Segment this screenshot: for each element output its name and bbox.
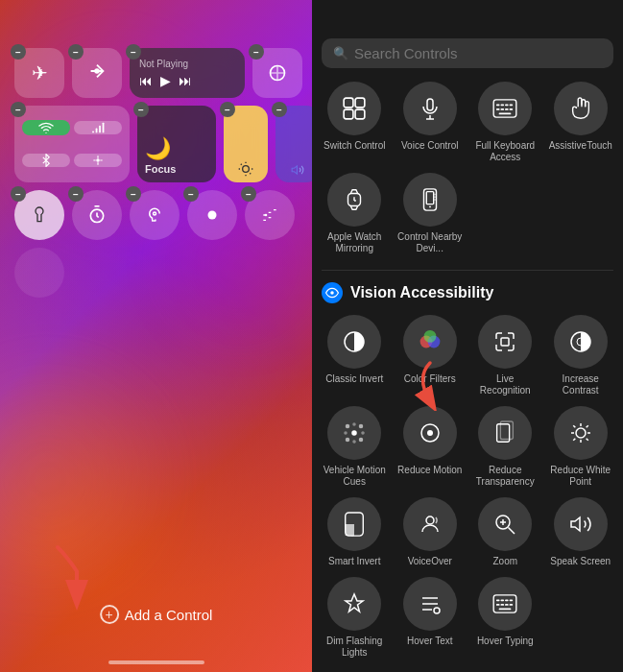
add-control-button[interactable]: + Add a Control (100, 605, 213, 624)
hand-icon (570, 96, 591, 121)
prev-icon[interactable]: ⏮ (139, 73, 153, 88)
ctrl-speak-screen[interactable]: Speak Screen (548, 497, 614, 567)
ctrl-reduce-white[interactable]: Reduce White Point (548, 406, 614, 488)
voiceover-label: VoiceOver (408, 556, 452, 567)
remove-hearing[interactable]: − (126, 186, 141, 202)
svg-rect-40 (426, 192, 433, 204)
svg-point-63 (576, 428, 586, 438)
switch-control-icon (327, 82, 381, 135)
svg-line-67 (586, 439, 587, 441)
live-recognition-label: Live Recognition (472, 373, 539, 396)
reduce-motion-label: Reduce Motion (397, 465, 462, 476)
vehicle-svg (343, 421, 366, 444)
ctrl-voice-control[interactable]: Voice Control (397, 82, 464, 163)
zoom-label: Zoom (492, 556, 517, 567)
svg-rect-22 (344, 109, 353, 119)
remove-brightness[interactable]: − (220, 102, 235, 117)
wifi-item[interactable] (22, 120, 70, 135)
airdrop-small-item[interactable] (74, 154, 122, 167)
svg-point-18 (265, 214, 266, 215)
ctrl-reduce-transparency[interactable]: Reduce Transparency (472, 406, 539, 488)
ctrl-classic-invert[interactable]: Classic Invert (322, 315, 388, 396)
torch-tile[interactable]: − (14, 190, 64, 240)
timer-tile[interactable]: − (72, 190, 122, 240)
remove-music[interactable]: − (126, 44, 141, 60)
ctrl-voiceover[interactable]: VoiceOver (397, 497, 464, 567)
ctrl-reduce-motion[interactable]: Reduce Motion (397, 406, 464, 488)
cell-item[interactable] (74, 121, 122, 134)
svg-rect-5 (103, 123, 105, 133)
play-icon[interactable]: ▶ (160, 73, 171, 88)
sound-tile[interactable]: − (276, 106, 312, 182)
ctrl-vehicle-motion[interactable]: Vehicle Motion Cues (322, 406, 388, 488)
screen-tile[interactable]: − (252, 48, 302, 98)
voiceover-svg (419, 513, 442, 536)
focus-tile[interactable]: − 🌙 Focus (137, 106, 216, 182)
bluetooth-icon (39, 154, 53, 167)
remove-airplane[interactable]: − (11, 44, 26, 60)
signal-tile[interactable]: − (245, 190, 295, 240)
ctrl-hover-typing[interactable]: Hover Typing (472, 577, 539, 659)
remove-focus[interactable]: − (133, 102, 149, 117)
svg-point-0 (94, 68, 100, 74)
ctrl-zoom[interactable]: Zoom (472, 497, 539, 567)
increase-contrast-label: Increase Contrast (548, 373, 614, 396)
svg-line-66 (573, 425, 575, 427)
airdrop-tile[interactable]: − (72, 48, 122, 98)
focus-label: Focus (145, 163, 176, 175)
ctrl-dim-flashing[interactable]: Dim Flashing Lights (322, 577, 388, 659)
ctrl-assistive-touch[interactable]: AssistiveTouch (548, 82, 614, 163)
remove-record[interactable]: − (183, 186, 199, 202)
svg-line-70 (573, 439, 575, 441)
increase-contrast-icon (554, 315, 608, 369)
voice-control-icon (403, 82, 457, 135)
bluetooth-item[interactable] (22, 154, 70, 167)
not-playing-label: Not Playing (139, 59, 235, 69)
remove-airdrop[interactable]: − (68, 44, 84, 60)
remove-signal[interactable]: − (241, 186, 256, 202)
ctrl-keyboard-access[interactable]: Full Keyboard Access (472, 82, 539, 163)
remove-screen[interactable]: − (249, 44, 264, 60)
remove-torch[interactable]: − (11, 186, 26, 202)
keyboard-access-icon (478, 82, 532, 135)
airplane-tile[interactable]: − ✈ (14, 48, 64, 98)
airdrop-small-icon (91, 154, 105, 167)
search-input[interactable] (354, 45, 602, 61)
ctrl-increase-contrast[interactable]: Increase Contrast (548, 315, 614, 396)
hover-typing-icon (478, 577, 532, 631)
ctrl-smart-invert[interactable]: Smart Invert (322, 497, 388, 567)
divider-1 (322, 270, 613, 271)
network-tile[interactable]: − (14, 106, 130, 182)
remove-sound[interactable]: − (272, 102, 287, 117)
music-tile[interactable]: − Not Playing ⏮ ▶ ⏭ (130, 48, 245, 98)
home-indicator-left (108, 660, 204, 664)
svg-point-49 (352, 431, 356, 435)
hover-typing-label: Hover Typing (477, 636, 534, 647)
ctrl-live-recognition[interactable]: Live Recognition (472, 315, 539, 396)
ctrl-nearby-device[interactable]: Control Nearby Devi... (397, 173, 464, 254)
music-controls[interactable]: ⏮ ▶ ⏭ (139, 73, 235, 88)
svg-rect-21 (355, 98, 365, 108)
remove-timer[interactable]: − (68, 186, 84, 202)
brightness-tile[interactable]: − (224, 106, 268, 182)
reduce-transparency-icon (478, 406, 532, 460)
next-icon[interactable]: ⏭ (179, 73, 192, 88)
vision-section-header: Vision Accessibility (322, 282, 613, 303)
ctrl-watch-mirroring[interactable]: Apple Watch Mirroring (322, 173, 388, 254)
svg-point-41 (330, 291, 334, 295)
assistive-touch-icon (554, 82, 608, 135)
hover-text-label: Hover Text (407, 636, 453, 647)
record-tile[interactable]: − (187, 190, 237, 240)
ctrl-hover-text[interactable]: Hover Text (397, 577, 464, 659)
add-control-arrow (38, 538, 115, 614)
svg-rect-46 (501, 338, 509, 346)
hearing-tile[interactable]: − (130, 190, 180, 240)
svg-marker-78 (571, 517, 580, 531)
remove-network[interactable]: − (11, 102, 26, 117)
timer-icon (87, 205, 107, 225)
search-bar[interactable]: 🔍 (322, 38, 613, 68)
svg-point-55 (353, 441, 355, 443)
ctrl-switch-control[interactable]: Switch Control (322, 82, 388, 163)
contrast-svg (569, 330, 592, 353)
brightness-icon (238, 161, 253, 177)
